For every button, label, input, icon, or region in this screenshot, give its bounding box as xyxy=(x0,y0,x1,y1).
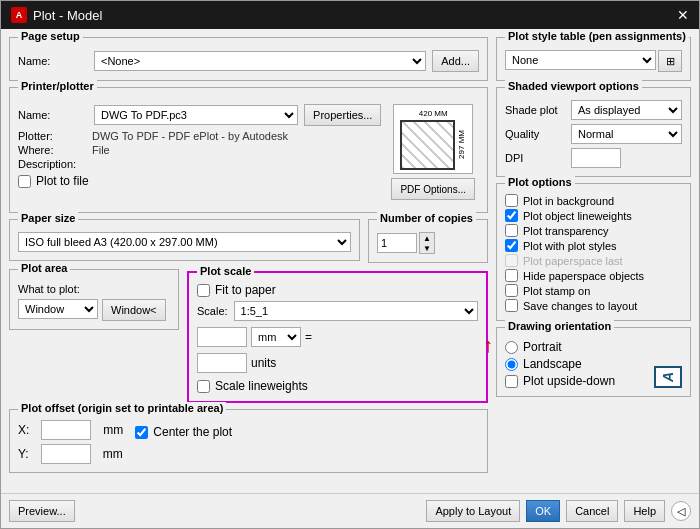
portrait-label: Portrait xyxy=(523,340,562,354)
plot-option-checkbox-0[interactable] xyxy=(505,194,518,207)
description-label: Description: xyxy=(18,158,88,170)
page-setup-select[interactable]: <None> xyxy=(94,51,426,71)
plot-option-label-4: Plot paperspace last xyxy=(523,255,623,267)
cancel-button[interactable]: Cancel xyxy=(566,500,618,522)
printer-select[interactable]: DWG To PDF.pc3 xyxy=(94,105,298,125)
drawing-orientation-title: Drawing orientation xyxy=(505,320,614,332)
plot-option-row: Save changes to layout xyxy=(505,299,682,312)
arrow-indicator: ↑ xyxy=(483,334,493,357)
plot-option-checkbox-7[interactable] xyxy=(505,299,518,312)
help-button[interactable]: Help xyxy=(624,500,665,522)
shade-plot-select[interactable]: As displayed xyxy=(571,100,682,120)
portrait-radio[interactable] xyxy=(505,341,518,354)
bottom-bar: Preview... Apply to Layout OK Cancel Hel… xyxy=(1,493,699,528)
close-button[interactable]: ✕ xyxy=(677,7,689,23)
plot-style-table-group: Plot style table (pen assignments) None … xyxy=(496,37,691,81)
plot-options-list: Plot in backgroundPlot object lineweight… xyxy=(505,194,682,312)
scale-lineweights-label: Scale lineweights xyxy=(215,379,308,393)
print-preview-box: 420 MM 297 MM xyxy=(393,104,473,174)
x-label: X: xyxy=(18,423,29,437)
scale-select[interactable]: 1:5_1 xyxy=(234,301,478,321)
plot-option-label-0: Plot in background xyxy=(523,195,614,207)
shaded-viewport-title: Shaded viewport options xyxy=(505,80,642,92)
copies-down[interactable]: ▼ xyxy=(420,243,434,253)
printer-title: Printer/plotter xyxy=(18,80,97,92)
center-plot-checkbox[interactable] xyxy=(135,426,148,439)
plot-option-checkbox-3[interactable] xyxy=(505,239,518,252)
landscape-a-icon: A xyxy=(660,372,676,382)
paper-size-title: Paper size xyxy=(18,212,78,224)
plot-option-row: Hide paperspace objects xyxy=(505,269,682,282)
paper-size-select[interactable]: ISO full bleed A3 (420.00 x 297.00 MM) xyxy=(18,232,351,252)
drawing-orientation-group: Drawing orientation Portrait Landscape P… xyxy=(496,327,691,397)
left-panel: Page setup Name: <None> Add... Printer/p… xyxy=(9,37,488,485)
plot-option-label-7: Save changes to layout xyxy=(523,300,637,312)
x-input[interactable]: 0.00 xyxy=(41,420,91,440)
plot-style-table-title: Plot style table (pen assignments) xyxy=(505,30,689,42)
dialog: A Plot - Model ✕ Page setup Name: <None>… xyxy=(0,0,700,529)
scale-label: Scale: xyxy=(197,305,228,317)
fit-to-paper-checkbox[interactable] xyxy=(197,284,210,297)
plot-option-label-1: Plot object lineweights xyxy=(523,210,632,222)
upside-down-checkbox[interactable] xyxy=(505,375,518,388)
units-label: units xyxy=(251,356,276,370)
window-button[interactable]: Window< xyxy=(102,299,166,321)
properties-button[interactable]: Properties... xyxy=(304,104,381,126)
plot-area-group: Plot area What to plot: Window Window< xyxy=(9,269,179,330)
scale-value1[interactable]: 1 xyxy=(197,327,247,347)
plot-area-title: Plot area xyxy=(18,262,70,274)
printer-group: Printer/plotter Name: DWG To PDF.pc3 Pro… xyxy=(9,87,488,213)
add-button[interactable]: Add... xyxy=(432,50,479,72)
what-to-plot-select[interactable]: Window xyxy=(18,299,98,319)
y-input[interactable]: 0.50 xyxy=(41,444,91,464)
plot-option-checkbox-6[interactable] xyxy=(505,284,518,297)
pdf-options-button[interactable]: PDF Options... xyxy=(391,178,475,200)
plot-options-title: Plot options xyxy=(505,176,575,188)
y-label: Y: xyxy=(18,447,29,461)
paper-preview xyxy=(400,120,455,170)
plot-style-select[interactable]: None xyxy=(505,50,656,70)
plot-option-row: Plot with plot styles xyxy=(505,239,682,252)
dim-height: 297 MM xyxy=(457,130,466,159)
plot-to-file-checkbox[interactable] xyxy=(18,175,31,188)
printer-name-label: Name: xyxy=(18,109,88,121)
plot-option-checkbox-2[interactable] xyxy=(505,224,518,237)
landscape-radio[interactable] xyxy=(505,358,518,371)
copies-spinner[interactable]: ▲ ▼ xyxy=(419,232,435,254)
plot-option-label-6: Plot stamp on xyxy=(523,285,590,297)
x-mm: mm xyxy=(103,423,123,437)
plot-option-row: Plot paperspace last xyxy=(505,254,682,267)
scale-lineweights-checkbox[interactable] xyxy=(197,380,210,393)
preview-button[interactable]: Preview... xyxy=(9,500,75,522)
copies-group: Number of copies 1 ▲ ▼ xyxy=(368,219,488,263)
copies-up[interactable]: ▲ xyxy=(420,233,434,243)
quality-select[interactable]: Normal xyxy=(571,124,682,144)
plot-option-row: Plot in background xyxy=(505,194,682,207)
plot-style-edit-button[interactable]: ⊞ xyxy=(658,50,682,72)
plot-option-label-3: Plot with plot styles xyxy=(523,240,617,252)
plot-option-label-5: Hide paperspace objects xyxy=(523,270,644,282)
apply-to-layout-button[interactable]: Apply to Layout xyxy=(426,500,520,522)
unit-select[interactable]: mm xyxy=(251,327,301,347)
navigate-back-icon[interactable]: ◁ xyxy=(671,501,691,521)
page-setup-title: Page setup xyxy=(18,30,83,42)
app-icon: A xyxy=(11,7,27,23)
center-plot-label: Center the plot xyxy=(153,425,232,439)
title-bar: A Plot - Model ✕ xyxy=(1,1,699,29)
plot-scale-title: Plot scale xyxy=(197,265,254,277)
plot-option-checkbox-1[interactable] xyxy=(505,209,518,222)
copies-title: Number of copies xyxy=(377,212,476,224)
plot-option-checkbox-5[interactable] xyxy=(505,269,518,282)
plot-option-row: Plot stamp on xyxy=(505,284,682,297)
equals-sign: = xyxy=(305,330,312,344)
y-mm: mm xyxy=(103,447,123,461)
plot-to-file-label: Plot to file xyxy=(36,174,89,188)
where-label: Where: xyxy=(18,144,88,156)
copies-input[interactable]: 1 xyxy=(377,233,417,253)
scale-value2[interactable]: 5 xyxy=(197,353,247,373)
plot-option-checkbox-4[interactable] xyxy=(505,254,518,267)
ok-button[interactable]: OK xyxy=(526,500,560,522)
plot-option-row: Plot transparency xyxy=(505,224,682,237)
plotter-value: DWG To PDF - PDF ePlot - by Autodesk xyxy=(92,130,288,142)
dpi-input[interactable]: 100 xyxy=(571,148,621,168)
